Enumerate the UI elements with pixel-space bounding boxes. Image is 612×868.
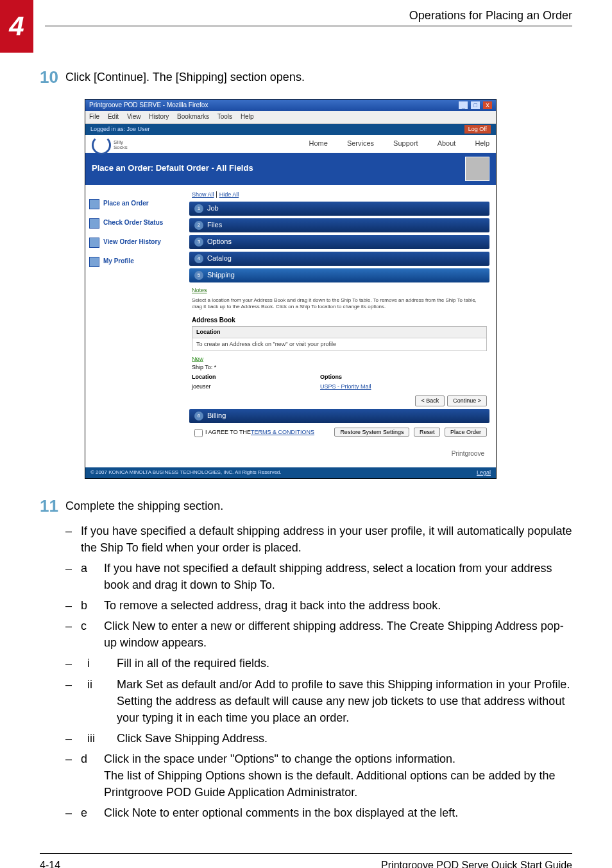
- letter-marker: e: [81, 804, 104, 821]
- terms-row: I AGREE TO THE TERMS & CONDITIONS Restor…: [192, 427, 487, 439]
- accordion-shipping[interactable]: 5Shipping: [189, 268, 489, 282]
- list-text: Mark Set as default and/or Add to profil…: [117, 676, 572, 726]
- nav-buttons: < Back Continue >: [192, 395, 487, 406]
- list-text: Fill in all of the required fields.: [117, 655, 572, 672]
- back-button[interactable]: < Back: [415, 395, 445, 406]
- brand-logo: SIllySocks: [92, 137, 137, 153]
- letter-marker: a: [81, 560, 104, 593]
- sidebar-label: View Order History: [103, 238, 161, 247]
- step-bubble-icon: 1: [194, 204, 203, 213]
- nav-about[interactable]: About: [438, 139, 456, 149]
- list-text: If you have not specified a default ship…: [104, 560, 572, 593]
- list-item: – ii Mark Set as default and/or Add to p…: [65, 676, 572, 726]
- terms-pretext: I AGREE TO THE: [205, 428, 251, 437]
- dash-marker: –: [65, 804, 81, 821]
- menubar: File Edit View History Bookmarks Tools H…: [85, 111, 496, 124]
- sidebar-label: Place an Order: [103, 199, 149, 209]
- profile-icon: [89, 257, 99, 267]
- close-icon[interactable]: X: [483, 101, 492, 109]
- avatar: [465, 157, 489, 181]
- dash-marker: –: [65, 730, 81, 747]
- titlebar: Printgroove POD SERVE - Mozilla Firefox …: [85, 100, 496, 112]
- nav-support[interactable]: Support: [393, 139, 418, 149]
- dash-marker: –: [65, 618, 81, 651]
- terms-link[interactable]: TERMS & CONDITIONS: [251, 428, 314, 437]
- accordion-catalog[interactable]: 4Catalog: [189, 252, 489, 266]
- shipto-header-row: Location Options: [192, 373, 487, 381]
- accordion-job[interactable]: 1Job: [189, 202, 489, 216]
- header-rule: [45, 26, 572, 26]
- logoff-button[interactable]: Log Off: [464, 125, 491, 134]
- nav-home[interactable]: Home: [309, 139, 328, 149]
- menu-bookmarks[interactable]: Bookmarks: [177, 113, 209, 120]
- screenshot: Printgroove POD SERVE - Mozilla Firefox …: [85, 99, 497, 479]
- sidebar-item-order-history[interactable]: View Order History: [89, 238, 185, 248]
- sidebar: Place an Order Check Order Status View O…: [85, 185, 189, 467]
- login-bar: Logged in as: Joe User Log Off: [85, 124, 496, 135]
- list-item: – c Click New to enter a new or differen…: [65, 618, 572, 651]
- minimize-icon[interactable]: _: [459, 101, 468, 109]
- place-order-button[interactable]: Place Order: [445, 428, 487, 437]
- link-sep: |: [214, 191, 219, 198]
- terms-checkbox[interactable]: [194, 429, 203, 437]
- step-number: 11: [40, 494, 65, 519]
- roman-marker: i: [81, 655, 117, 672]
- address-book-label: Address Book: [192, 316, 489, 326]
- dash-marker: –: [65, 676, 81, 726]
- step-bubble-icon: 6: [194, 412, 203, 421]
- window-controls: _ □ X: [457, 101, 492, 110]
- legal-link[interactable]: Legal: [477, 469, 491, 477]
- top-nav: Home Services Support About Help: [284, 135, 496, 153]
- shipto-col-location: Location: [192, 373, 320, 381]
- dash-marker: –: [65, 523, 81, 556]
- accordion-label: Options: [207, 237, 232, 247]
- document-page: 4 Operations for Placing an Order 10 Cli…: [0, 0, 612, 868]
- show-all-link[interactable]: Show All: [192, 191, 214, 198]
- list-item: – e Click Note to enter optional comment…: [65, 804, 572, 821]
- list-item: – a If you have not specified a default …: [65, 560, 572, 593]
- menu-history[interactable]: History: [149, 113, 169, 120]
- menu-help[interactable]: Help: [241, 113, 254, 120]
- menu-view[interactable]: View: [127, 113, 141, 120]
- chapter-badge: 4: [0, 0, 33, 53]
- sidebar-item-place-order[interactable]: Place an Order: [89, 199, 185, 209]
- maximize-icon[interactable]: □: [471, 101, 480, 109]
- accordion-billing[interactable]: 6Billing: [189, 409, 489, 423]
- menu-edit[interactable]: Edit: [108, 113, 119, 120]
- nav-services[interactable]: Services: [347, 139, 374, 149]
- continue-button[interactable]: Continue >: [447, 395, 487, 406]
- nav-help[interactable]: Help: [475, 139, 489, 149]
- sidebar-item-check-status[interactable]: Check Order Status: [89, 218, 185, 229]
- step-bubble-icon: 5: [194, 271, 203, 280]
- step-11: 11 Complete the shipping section.: [40, 494, 572, 519]
- list-item: – d Click in the space under "Options" t…: [65, 751, 572, 801]
- restore-settings-button[interactable]: Restore System Settings: [334, 428, 409, 437]
- swirl-icon: [92, 135, 111, 155]
- list-text: Click Save Shipping Address.: [117, 730, 572, 747]
- dash-marker: –: [65, 655, 81, 672]
- shipto-option-link[interactable]: USPS - Priority Mail: [320, 383, 371, 391]
- accordion-files[interactable]: 2Files: [189, 218, 489, 232]
- history-icon: [89, 238, 99, 248]
- footer-strip: © 2007 KONICA MINOLTA BUSINESS TECHNOLOG…: [85, 467, 496, 478]
- shipto-row[interactable]: joeuser USPS - Priority Mail: [192, 383, 487, 391]
- list-text: Click in the space under "Options" to ch…: [104, 751, 572, 801]
- sidebar-item-my-profile[interactable]: My Profile: [89, 257, 185, 267]
- doc-title: Printgroove POD Serve Quick Start Guide: [381, 858, 572, 868]
- shipping-help-text: Select a location from your Address Book…: [192, 297, 487, 311]
- step-bubble-icon: 3: [194, 238, 203, 247]
- notes-link[interactable]: Notes: [192, 286, 489, 295]
- menu-tools[interactable]: Tools: [217, 113, 232, 120]
- hide-all-link[interactable]: Hide All: [219, 191, 239, 198]
- list-text: Click Note to enter optional comments in…: [104, 804, 572, 821]
- accordion-label: Files: [207, 220, 222, 230]
- menu-file[interactable]: File: [89, 113, 99, 120]
- accordion-options[interactable]: 3Options: [189, 235, 489, 249]
- sidebar-label: My Profile: [103, 257, 134, 266]
- step-text: Complete the shipping section.: [65, 494, 572, 514]
- address-book-table: Location To create an Address click on "…: [192, 326, 487, 351]
- reset-button[interactable]: Reset: [414, 428, 441, 437]
- letter-marker: b: [81, 597, 104, 614]
- new-address-link[interactable]: New: [192, 355, 489, 363]
- step-number: 10: [40, 65, 65, 90]
